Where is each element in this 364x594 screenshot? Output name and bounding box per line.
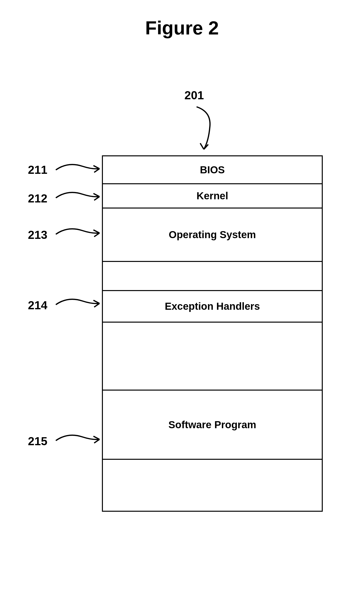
empty-layer-1 [103, 262, 322, 291]
exception-handlers-layer: Exception Handlers [103, 291, 322, 323]
arrow-215 [53, 431, 102, 450]
arrow-214 [53, 295, 102, 314]
ref-213: 213 [28, 228, 47, 242]
software-program-layer: Software Program [103, 391, 322, 460]
bios-layer: BIOS [103, 156, 322, 184]
empty-layer-2 [103, 323, 322, 391]
arrow-212 [53, 188, 102, 208]
top-arrow [192, 104, 223, 155]
arrow-211 [53, 160, 102, 180]
arrow-213 [53, 225, 102, 244]
ref-211: 211 [28, 163, 47, 176]
ref-212: 212 [28, 192, 47, 205]
figure-title: Figure 2 [145, 17, 219, 39]
top-reference-label: 201 [184, 89, 204, 102]
memory-stack-diagram: BIOS Kernel Operating System Exception H… [102, 155, 323, 512]
os-layer: Operating System [103, 209, 322, 262]
empty-layer-3 [103, 460, 322, 511]
kernel-layer: Kernel [103, 184, 322, 209]
ref-214: 214 [28, 299, 47, 312]
ref-215: 215 [28, 435, 47, 448]
